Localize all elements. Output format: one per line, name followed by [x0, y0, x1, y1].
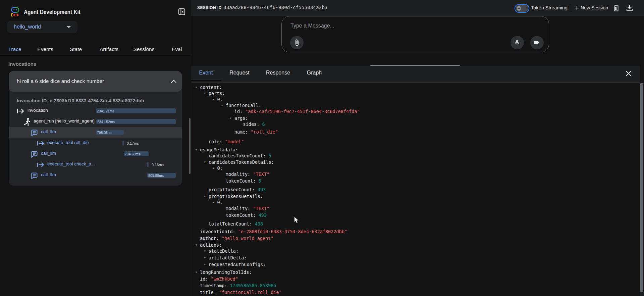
json-value: "TEXT" [250, 171, 269, 177]
json-scrollbar[interactable] [640, 83, 643, 292]
trace-duration-text: 0.16ms [152, 163, 164, 167]
json-key: candidatesTokenCount: [209, 153, 266, 158]
trace-duration-text: 0.17ms [127, 141, 139, 145]
mouse-cursor [294, 216, 301, 225]
chat-area: Type a Message... [191, 16, 644, 66]
json-toggle-icon[interactable]: ▼ [204, 248, 206, 254]
trace-row-execute_tool-roll_die[interactable]: execute_tool roll_die0.17ms [9, 138, 182, 148]
paperclip-icon [293, 39, 301, 46]
json-value: "functionCall:roll_die" [216, 290, 282, 295]
json-key: functionCall: [226, 103, 261, 108]
json-toggle-icon[interactable]: ▼ [204, 255, 206, 261]
export-session-icon[interactable] [626, 4, 634, 12]
trace-row-call_llm[interactable]: call_llm734.59ms [9, 148, 182, 159]
topbar-divider [571, 5, 571, 11]
trace-row-invocation[interactable]: invocation2341.71ms [9, 105, 182, 116]
sidebar-tab-state[interactable]: State [70, 43, 82, 56]
sidebar-tab-eval[interactable]: Eval [172, 43, 182, 56]
json-value: 493 [255, 187, 266, 192]
chevron-up-icon[interactable] [171, 79, 177, 84]
json-key: promptTokenCount: [209, 187, 255, 192]
session-id-label: SESSION ID [197, 5, 222, 10]
sidebar: Agent Development Kit hello_world TraceE… [0, 0, 191, 296]
json-value: 498 [252, 221, 263, 227]
detail-tab-graph[interactable]: Graph [307, 66, 322, 83]
json-key: stateDelta: [209, 248, 238, 254]
json-row-totalTokenCount: totalTokenCount: 498 [191, 221, 640, 227]
close-detail-icon[interactable] [625, 70, 632, 77]
agent-select[interactable]: hello_world [7, 21, 77, 33]
json-key: totalTokenCount: [209, 221, 252, 227]
trace-row-call_llm[interactable]: call_llm809.99ms [9, 170, 182, 181]
json-value: "e-2808fd10-6383-4754-8de4-632af8022dbb" [235, 229, 347, 234]
json-toggle-icon[interactable]: ▼ [212, 165, 215, 171]
json-toggle-icon[interactable]: ▼ [204, 91, 206, 97]
detail-tab-request[interactable]: Request [229, 66, 250, 83]
json-key: timestamp: [200, 283, 227, 288]
json-toggle-icon[interactable]: ▼ [212, 200, 215, 206]
token-streaming-toggle[interactable] [515, 4, 529, 13]
invocation-card-header[interactable]: hi roll a 6 side dice and check number [9, 71, 182, 92]
sidebar-tab-artifacts[interactable]: Artifacts [100, 43, 118, 56]
sidebar-scrollbar[interactable] [189, 118, 191, 174]
json-value: "roll_die" [248, 129, 278, 135]
sidebar-tab-events[interactable]: Events [37, 43, 53, 56]
json-key: title: [200, 290, 216, 295]
attach-file-button[interactable] [290, 36, 304, 49]
invocation-card: hi roll a 6 side dice and check number I… [9, 71, 182, 186]
json-key: invocationId: [200, 229, 235, 234]
message-input-box[interactable]: Type a Message... [281, 16, 549, 52]
json-key: name: [234, 129, 248, 135]
chat-icon [31, 129, 38, 138]
json-row-promptTokensDetails: ▼promptTokensDetails: [191, 193, 640, 199]
trace-duration-text: 734.59ms [125, 152, 140, 156]
trace-row-execute_tool-check_p-[interactable]: execute_tool check_p...0.16ms [9, 159, 182, 170]
trace-duration-bar [147, 162, 149, 167]
mic-icon [514, 39, 521, 46]
select-caret-icon [67, 26, 71, 28]
json-key: sides: [243, 121, 260, 127]
session-topbar: SESSION ID 33aad288-9846-46f6-980d-cf555… [191, 0, 644, 16]
json-toggle-icon[interactable]: ▼ [195, 147, 198, 153]
sidebar-tab-sessions[interactable]: Sessions [133, 43, 155, 56]
json-toggle-icon[interactable]: ▼ [195, 242, 198, 248]
sidebar-tab-trace[interactable]: Trace [8, 43, 21, 56]
video-button[interactable] [530, 36, 544, 49]
agent-select-value: hello_world [14, 24, 41, 30]
trace-row-call_llm[interactable]: call_llm795.05ms [9, 127, 182, 138]
scrollbar-corner [640, 66, 644, 83]
json-row-timestamp: timestamp: 1749586585.858985 [191, 283, 640, 289]
json-toggle-icon[interactable]: ▼ [212, 97, 215, 103]
sidebar-tabs: TraceEventsStateArtifactsSessionsEval [0, 43, 191, 56]
json-toggle-icon[interactable]: ▼ [195, 269, 198, 276]
json-key: actions: [200, 242, 222, 248]
json-toggle-icon[interactable]: ▼ [204, 194, 206, 200]
json-key: candidatesTokensDetails: [209, 159, 274, 165]
json-row-args: ▼args: [191, 115, 640, 121]
json-tree: ▼content:▼parts:▼0:▼functionCall:id: "ad… [191, 84, 640, 295]
json-toggle-icon[interactable]: ▼ [204, 262, 206, 268]
json-key: tokenCount: [226, 212, 256, 218]
json-key: id: [234, 109, 243, 114]
detail-tab-response[interactable]: Response [266, 66, 290, 83]
trace-duration-bar [122, 141, 124, 146]
invocation-id: Invocation ID: e-2808fd10-6383-4754-8de4… [17, 98, 144, 103]
json-toggle-icon[interactable]: ▼ [221, 103, 223, 109]
mic-button[interactable] [511, 36, 524, 49]
json-key: args: [234, 115, 248, 121]
json-row-candidatesTokenCount: candidatesTokenCount: 5 [191, 153, 640, 159]
json-value: 1749586585.858985 [227, 283, 276, 288]
json-row-parts: ▼parts: [191, 90, 640, 96]
json-value: 5 [256, 178, 261, 184]
json-toggle-icon[interactable]: ▼ [195, 85, 198, 91]
json-key: id: [200, 276, 208, 282]
json-toggle-icon[interactable]: ▼ [204, 159, 206, 165]
json-value: 5 [266, 153, 271, 158]
collapse-sidebar-icon[interactable] [178, 8, 185, 15]
json-row-promptTokenCount: promptTokenCount: 493 [191, 187, 640, 193]
json-toggle-icon[interactable]: ▼ [229, 115, 232, 121]
json-row-actions: ▼actions: [191, 242, 640, 248]
delete-session-icon[interactable] [612, 4, 620, 12]
trace-span-label: call_llm [41, 172, 56, 177]
trace-row-agent_run-hello_world_agent-[interactable]: agent_run [hello_world_agent]2341.52ms [9, 116, 182, 127]
